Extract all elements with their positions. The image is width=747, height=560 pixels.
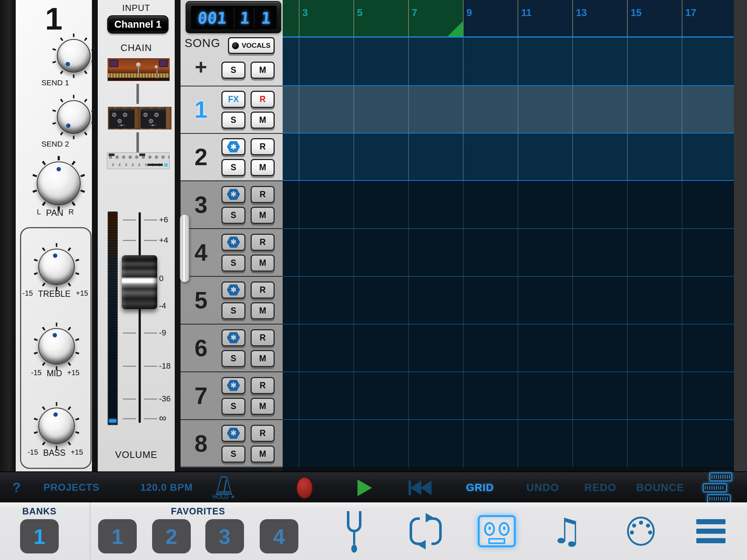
projects-button[interactable]: PROJECTS <box>43 472 100 503</box>
freeze-button[interactable]: ✱ <box>221 377 245 394</box>
fx-button[interactable]: FX <box>221 91 245 108</box>
speaker-image <box>159 60 168 67</box>
mute-button[interactable]: M <box>251 159 275 176</box>
record-arm-button[interactable]: R <box>251 377 275 394</box>
mute-button[interactable]: M <box>251 254 275 272</box>
send1-label: SEND 1 <box>16 78 95 87</box>
solo-button[interactable]: S <box>221 398 245 415</box>
vocals-track-button[interactable]: VOCALS <box>228 37 275 54</box>
bar-number: 9 <box>467 7 472 19</box>
freeze-button[interactable]: ✱ <box>221 138 245 155</box>
panel-drag-handle[interactable] <box>180 214 189 282</box>
undo-button[interactable]: UNDO <box>526 472 559 503</box>
record-arm-button[interactable]: R <box>251 91 275 108</box>
record-arm-button[interactable]: R <box>251 329 275 346</box>
music-button[interactable]: ♫ <box>551 502 582 560</box>
fader-scale-label: -9 <box>159 328 166 338</box>
midi-button[interactable] <box>627 502 655 560</box>
track-row-5[interactable]: 5 ✱ R S M <box>181 276 283 324</box>
chain-slot-rack[interactable] <box>107 152 170 169</box>
send2-knob[interactable] <box>57 100 90 134</box>
bottom-bar: BANKS 1 FAVORITES 1 2 3 4 <box>0 502 747 560</box>
record-button[interactable] <box>297 472 313 503</box>
treble-knob[interactable] <box>38 249 75 285</box>
bar-number: 3 <box>302 7 308 19</box>
redo-label: REDO <box>584 482 616 494</box>
timeline-ruler[interactable] <box>283 0 734 38</box>
record-arm-button[interactable]: R <box>251 425 275 442</box>
send1-knob[interactable] <box>57 39 90 73</box>
loop-button[interactable] <box>410 502 442 560</box>
fader-scale-label: +6 <box>159 215 168 225</box>
bounce-button[interactable]: BOUNCE <box>636 472 684 503</box>
freeze-button[interactable]: ✱ <box>221 425 245 442</box>
solo-button[interactable]: S <box>221 446 245 463</box>
tuner-button[interactable] <box>347 502 361 560</box>
solo-button[interactable]: S <box>221 112 245 129</box>
freeze-button[interactable]: ✱ <box>221 234 245 251</box>
knob-face <box>38 408 75 444</box>
freeze-icon: ✱ <box>227 428 240 439</box>
mute-button[interactable]: M <box>251 398 275 415</box>
record-arm-button[interactable]: R <box>251 234 275 251</box>
record-arm-button[interactable]: R <box>251 281 275 299</box>
redo-button[interactable]: REDO <box>584 472 616 503</box>
help-button[interactable]: ? <box>13 472 21 503</box>
mute-button[interactable]: M <box>251 112 275 129</box>
pan-knob[interactable] <box>37 162 81 205</box>
rewind-button[interactable] <box>409 472 438 503</box>
record-arm-button[interactable]: R <box>251 186 275 203</box>
record-arm-button[interactable]: R <box>251 138 275 155</box>
play-button[interactable] <box>357 472 372 503</box>
input-channel-button[interactable]: Channel 1 <box>107 15 169 34</box>
track-row-3[interactable]: 3 ✱ R S M <box>181 180 283 228</box>
grid-row-1-highlight <box>283 86 734 133</box>
lcd-bars: 001 <box>197 9 228 27</box>
mute-button[interactable]: M <box>251 302 275 319</box>
mid-label: MID <box>47 369 62 378</box>
mute-button[interactable]: M <box>251 62 275 79</box>
track-row-4[interactable]: 4 ✱ R S M <box>181 228 283 276</box>
track-row-7[interactable]: 7 ✱ R S M <box>181 372 283 419</box>
solo-button[interactable]: S <box>221 159 245 176</box>
mute-button[interactable]: M <box>251 446 275 463</box>
microphone-image <box>136 62 141 67</box>
freeze-button[interactable]: ✱ <box>221 281 245 299</box>
favorite-button-1[interactable]: 1 <box>98 519 137 553</box>
volume-fader-handle[interactable] <box>122 255 157 309</box>
tracks-view-button[interactable] <box>701 472 734 503</box>
menu-button[interactable] <box>696 502 725 560</box>
chain-slot-amps[interactable] <box>108 107 171 129</box>
track-row-8[interactable]: 8 ✱ R S M <box>181 419 283 467</box>
favorite-button-4[interactable]: 4 <box>260 519 298 553</box>
grid-toggle-button[interactable]: GRID <box>466 472 494 503</box>
mid-min-label: -15 <box>31 369 42 378</box>
bass-knob[interactable] <box>38 408 75 444</box>
arrangement-grid[interactable]: 3 5 7 9 11 13 15 17 <box>283 0 734 471</box>
fader-scale-label: 0 <box>159 274 163 283</box>
mute-button[interactable]: M <box>251 207 275 224</box>
solo-button[interactable]: S <box>221 62 245 79</box>
chain-slot-studio[interactable] <box>108 58 170 81</box>
knob-indicator <box>53 412 58 417</box>
favorite-button-2[interactable]: 2 <box>152 519 191 553</box>
solo-button[interactable]: S <box>221 302 245 319</box>
bass-label: BASS <box>43 448 65 458</box>
solo-button[interactable]: S <box>221 254 245 272</box>
solo-button[interactable]: S <box>221 350 245 367</box>
section-divider <box>90 502 90 560</box>
mute-button[interactable]: M <box>251 350 275 367</box>
recorder-button[interactable] <box>478 502 516 560</box>
favorite-button-3[interactable]: 3 <box>205 519 244 553</box>
track-row-2[interactable]: 2 ✱ R S M <box>181 133 283 180</box>
song-label: SONG <box>181 36 224 50</box>
bank-button-1[interactable]: 1 <box>20 519 59 553</box>
bpm-button[interactable]: 120.0 BPM <box>140 472 193 503</box>
freeze-button[interactable]: ✱ <box>221 329 245 346</box>
track-row-6[interactable]: 6 ✱ R S M <box>181 324 283 372</box>
mid-knob[interactable] <box>38 328 75 365</box>
track-row-1[interactable]: 1 FX R S M <box>181 86 283 133</box>
freeze-button[interactable]: ✱ <box>221 186 245 203</box>
add-track-button[interactable]: + <box>181 55 221 86</box>
solo-button[interactable]: S <box>221 207 245 224</box>
